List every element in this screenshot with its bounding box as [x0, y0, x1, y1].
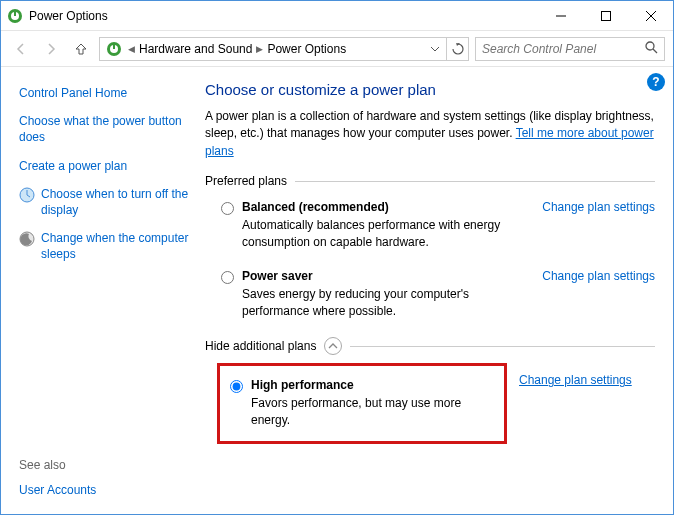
sidebar-control-panel-home[interactable]: Control Panel Home — [19, 85, 189, 101]
close-button[interactable] — [628, 1, 673, 30]
address-bar[interactable]: ◀ Hardware and Sound ▶ Power Options — [99, 37, 469, 61]
change-settings-highperf[interactable]: Change plan settings — [519, 373, 632, 387]
navbar: ◀ Hardware and Sound ▶ Power Options — [1, 31, 673, 67]
address-dropdown[interactable] — [424, 38, 446, 60]
sidebar-user-accounts[interactable]: User Accounts — [19, 482, 96, 498]
change-settings-balanced[interactable]: Change plan settings — [542, 200, 655, 214]
breadcrumb-item[interactable]: Power Options — [267, 42, 346, 56]
maximize-button[interactable] — [583, 1, 628, 30]
refresh-button[interactable] — [446, 38, 468, 60]
sidebar-turn-off-display[interactable]: Choose when to turn off the display — [41, 186, 189, 218]
minimize-button[interactable] — [538, 1, 583, 30]
plan-balanced: Balanced (recommended) Automatically bal… — [205, 196, 655, 255]
page-description: A power plan is a collection of hardware… — [205, 108, 655, 160]
sleep-icon — [19, 231, 35, 247]
forward-button[interactable] — [39, 37, 63, 61]
plan-highperf: High performance Favors performance, but… — [230, 374, 498, 433]
svg-line-12 — [653, 49, 657, 53]
sidebar-choose-power-button[interactable]: Choose what the power button does — [19, 113, 189, 145]
window-title: Power Options — [29, 9, 108, 23]
plan-powersaver-radio[interactable] — [221, 271, 234, 284]
change-settings-powersaver[interactable]: Change plan settings — [542, 269, 655, 283]
help-icon[interactable]: ? — [647, 73, 665, 91]
plan-powersaver: Power saver Saves energy by reducing you… — [205, 265, 655, 324]
power-options-icon — [104, 39, 124, 59]
chevron-left-icon: ◀ — [128, 44, 135, 54]
hide-additional-text: Hide additional plans — [205, 339, 316, 353]
sidebar-computer-sleeps[interactable]: Change when the computer sleeps — [41, 230, 189, 262]
back-button[interactable] — [9, 37, 33, 61]
hide-additional-label[interactable]: Hide additional plans — [205, 337, 655, 355]
chevron-right-icon: ▶ — [256, 44, 263, 54]
svg-point-11 — [646, 42, 654, 50]
plan-balanced-title: Balanced (recommended) — [242, 200, 530, 214]
plan-balanced-desc: Automatically balances performance with … — [242, 217, 530, 251]
plan-balanced-radio[interactable] — [221, 202, 234, 215]
plan-powersaver-title: Power saver — [242, 269, 530, 283]
plan-highperf-row: High performance Favors performance, but… — [205, 363, 655, 444]
plan-powersaver-desc: Saves energy by reducing your computer's… — [242, 286, 530, 320]
see-also-section: See also User Accounts — [19, 458, 96, 498]
content: ? Choose or customize a power plan A pow… — [201, 67, 673, 514]
page-title: Choose or customize a power plan — [205, 81, 655, 98]
power-options-icon — [7, 8, 23, 24]
plan-highperf-title: High performance — [251, 378, 498, 392]
svg-rect-4 — [601, 11, 610, 20]
window-controls — [538, 1, 673, 30]
see-also-heading: See also — [19, 458, 96, 472]
plan-highperf-desc: Favors performance, but may use more ene… — [251, 395, 498, 429]
plan-highperf-radio[interactable] — [230, 380, 243, 393]
breadcrumb: ◀ Hardware and Sound ▶ Power Options — [128, 42, 424, 56]
titlebar: Power Options — [1, 1, 673, 31]
display-timer-icon — [19, 187, 35, 203]
sidebar-create-power-plan[interactable]: Create a power plan — [19, 158, 189, 174]
breadcrumb-item[interactable]: Hardware and Sound — [139, 42, 252, 56]
collapse-icon[interactable] — [324, 337, 342, 355]
search-icon[interactable] — [645, 41, 658, 57]
highlight-box: High performance Favors performance, but… — [217, 363, 507, 444]
svg-rect-9 — [113, 44, 115, 49]
search-box[interactable] — [475, 37, 665, 61]
preferred-plans-label: Preferred plans — [205, 174, 655, 188]
sidebar: Control Panel Home Choose what the power… — [1, 67, 201, 514]
svg-rect-2 — [14, 11, 16, 16]
main-area: Control Panel Home Choose what the power… — [1, 67, 673, 514]
preferred-plans-text: Preferred plans — [205, 174, 287, 188]
up-button[interactable] — [69, 37, 93, 61]
search-input[interactable] — [482, 42, 645, 56]
